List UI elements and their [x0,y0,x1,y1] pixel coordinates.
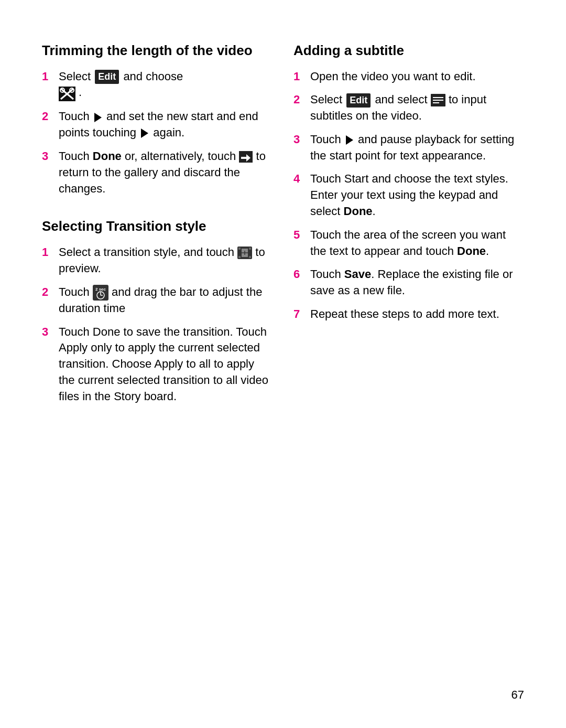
trimming-step-2-content: Touch and set the new start and end poin… [59,109,273,141]
subtitle-step-1-content: Open the video you want to edit. [310,69,524,85]
transition-step-1: Select a transition style, and touch [42,244,273,277]
trimming-step-2: Touch and set the new start and end poin… [42,109,273,141]
subtitle-step-6: Touch Save. Replace the existing file or… [293,266,524,299]
svg-rect-12 [249,256,251,258]
section-transition: Selecting Transition style Select a tran… [42,218,273,404]
subtitle-list-icon [431,94,445,106]
transition-step-2-content: Touch 2 sec and drag the bar to adjust t… [59,284,273,317]
film-icon [237,247,252,259]
section-subtitle-title: Adding a subtitle [293,42,524,59]
section-trimming: Trimming the length of the video Select … [42,42,273,197]
right-column: Adding a subtitle Open the video you wan… [293,42,524,344]
done-text-1: Done [93,149,122,163]
transition-step-1-content: Select a transition style, and touch [59,244,273,277]
subtitle-step-3: Touch and pause playback for setting the… [293,132,524,164]
subtitle-step-1: Open the video you want to edit. [293,69,524,85]
page-content: Trimming the length of the video Select … [42,42,524,426]
play-icon-2 [141,129,148,138]
svg-rect-10 [249,248,251,250]
edit-badge-1: Edit [95,70,119,84]
save-text: Save [344,267,371,281]
subtitle-step-4: Touch Start and choose the text styles. … [293,171,524,219]
subtitle-step-7: Repeat these steps to add more text. [293,306,524,323]
transition-step-3-content: Touch Done to save the transition. Touch… [59,324,273,405]
subtitle-step-5: Touch the area of the screen you want th… [293,227,524,260]
section-transition-title: Selecting Transition style [42,218,273,235]
subtitle-step-6-content: Touch Save. Replace the existing file or… [310,266,524,299]
timer-icon: 2 sec [93,285,108,301]
svg-text:2 sec: 2 sec [95,287,106,292]
subtitle-step-2-content: Select Edit and select to input subtitle… [310,92,524,124]
subtitle-steps: Open the video you want to edit. Select … [293,69,524,323]
trimming-step-1-content: Select Edit and choose . [59,69,273,102]
trimming-step-3-content: Touch Done or, alternatively, touch to r… [59,148,273,197]
edit-badge-2: Edit [346,93,371,108]
page-number: 67 [511,688,524,702]
trimming-steps: Select Edit and choose . [42,69,273,197]
done-text-2: Done [344,205,373,218]
scissors-icon [59,87,75,101]
transition-step-2: Touch 2 sec and drag the bar to adjust t… [42,284,273,317]
left-column: Trimming the length of the video Select … [42,42,273,426]
section-trimming-title: Trimming the length of the video [42,42,273,59]
play-icon-1 [94,113,102,122]
subtitle-step-2: Select Edit and select to input subtitle… [293,92,524,124]
return-icon [239,151,253,163]
transition-steps: Select a transition style, and touch [42,244,273,405]
subtitle-step-4-content: Touch Start and choose the text styles. … [310,171,524,219]
transition-step-3: Touch Done to save the transition. Touch… [42,324,273,405]
play-icon-3 [346,135,353,145]
subtitle-step-5-content: Touch the area of the screen you want th… [310,227,524,260]
done-text-3: Done [457,244,486,258]
section-subtitle: Adding a subtitle Open the video you wan… [293,42,524,323]
svg-rect-11 [238,256,241,258]
subtitle-step-7-content: Repeat these steps to add more text. [310,306,524,323]
trimming-step-3: Touch Done or, alternatively, touch to r… [42,148,273,197]
svg-rect-9 [238,248,241,250]
subtitle-step-3-content: Touch and pause playback for setting the… [310,132,524,164]
trimming-step-1: Select Edit and choose . [42,69,273,102]
